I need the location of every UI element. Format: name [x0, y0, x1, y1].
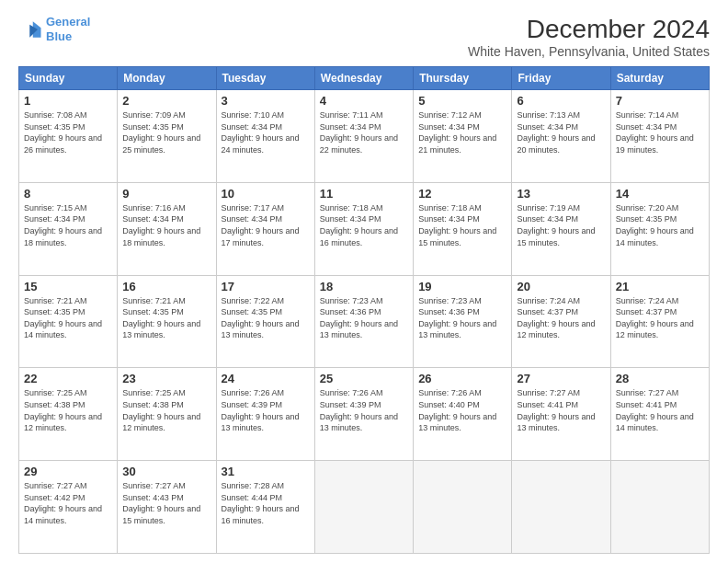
day-number: 26	[418, 372, 506, 385]
day-info: Sunrise: 7:20 AMSunset: 4:35 PMDaylight:…	[616, 203, 694, 247]
day-number: 10	[222, 187, 310, 201]
day-info: Sunrise: 7:13 AMSunset: 4:34 PMDaylight:…	[517, 110, 595, 155]
day-number: 22	[24, 372, 112, 385]
day-number: 11	[320, 187, 408, 201]
day-info: Sunrise: 7:27 AMSunset: 4:41 PMDaylight:…	[517, 388, 595, 432]
day-number: 25	[320, 372, 408, 385]
day-number: 18	[320, 280, 408, 293]
day-number: 28	[616, 372, 704, 385]
title-block: December 2024 White Haven, Pennsylvania,…	[468, 15, 710, 59]
table-row: 20 Sunrise: 7:24 AMSunset: 4:37 PMDaylig…	[512, 275, 610, 368]
day-info: Sunrise: 7:21 AMSunset: 4:35 PMDaylight:…	[122, 296, 200, 340]
table-row	[414, 461, 512, 554]
day-number: 17	[222, 280, 310, 293]
table-row: 21 Sunrise: 7:24 AMSunset: 4:37 PMDaylig…	[610, 275, 709, 368]
day-number: 13	[517, 187, 605, 201]
day-info: Sunrise: 7:23 AMSunset: 4:36 PMDaylight:…	[320, 296, 398, 340]
day-number: 12	[418, 187, 506, 201]
table-row	[610, 461, 709, 554]
day-number: 31	[222, 465, 310, 478]
table-row: 29 Sunrise: 7:27 AMSunset: 4:42 PMDaylig…	[19, 461, 118, 554]
logo-line2: Blue	[46, 29, 72, 43]
day-info: Sunrise: 7:17 AMSunset: 4:34 PMDaylight:…	[222, 203, 300, 247]
day-info: Sunrise: 7:16 AMSunset: 4:34 PMDaylight:…	[122, 203, 200, 247]
table-row: 31 Sunrise: 7:28 AMSunset: 4:44 PMDaylig…	[216, 461, 314, 554]
calendar-table: Sunday Monday Tuesday Wednesday Thursday…	[18, 66, 710, 554]
day-info: Sunrise: 7:12 AMSunset: 4:34 PMDaylight:…	[418, 110, 496, 155]
table-row: 5 Sunrise: 7:12 AMSunset: 4:34 PMDayligh…	[414, 90, 512, 183]
day-info: Sunrise: 7:15 AMSunset: 4:34 PMDaylight:…	[24, 203, 102, 247]
table-row: 1 Sunrise: 7:08 AMSunset: 4:35 PMDayligh…	[19, 90, 118, 183]
table-row: 27 Sunrise: 7:27 AMSunset: 4:41 PMDaylig…	[512, 368, 610, 461]
day-info: Sunrise: 7:22 AMSunset: 4:35 PMDaylight:…	[222, 296, 300, 340]
table-row: 10 Sunrise: 7:17 AMSunset: 4:34 PMDaylig…	[216, 182, 314, 275]
table-row: 13 Sunrise: 7:19 AMSunset: 4:34 PMDaylig…	[512, 182, 610, 275]
day-info: Sunrise: 7:18 AMSunset: 4:34 PMDaylight:…	[320, 203, 398, 247]
calendar-header-row: Sunday Monday Tuesday Wednesday Thursday…	[19, 67, 710, 90]
day-info: Sunrise: 7:11 AMSunset: 4:34 PMDaylight:…	[320, 110, 398, 155]
day-info: Sunrise: 7:21 AMSunset: 4:35 PMDaylight:…	[24, 296, 102, 340]
logo-icon	[18, 17, 44, 42]
day-number: 24	[222, 372, 310, 385]
main-title: December 2024	[468, 15, 710, 44]
col-wednesday: Wednesday	[314, 67, 413, 90]
day-info: Sunrise: 7:25 AMSunset: 4:38 PMDaylight:…	[24, 388, 102, 432]
day-info: Sunrise: 7:27 AMSunset: 4:41 PMDaylight:…	[616, 388, 694, 432]
table-row: 18 Sunrise: 7:23 AMSunset: 4:36 PMDaylig…	[314, 275, 413, 368]
table-row: 28 Sunrise: 7:27 AMSunset: 4:41 PMDaylig…	[610, 368, 709, 461]
day-info: Sunrise: 7:26 AMSunset: 4:39 PMDaylight:…	[320, 388, 398, 432]
col-saturday: Saturday	[610, 67, 709, 90]
table-row: 16 Sunrise: 7:21 AMSunset: 4:35 PMDaylig…	[118, 275, 216, 368]
day-number: 21	[616, 280, 704, 293]
day-number: 19	[418, 280, 506, 293]
table-row: 7 Sunrise: 7:14 AMSunset: 4:34 PMDayligh…	[610, 90, 709, 183]
day-info: Sunrise: 7:18 AMSunset: 4:34 PMDaylight:…	[418, 203, 496, 247]
day-info: Sunrise: 7:26 AMSunset: 4:40 PMDaylight:…	[418, 388, 496, 432]
logo-text: General Blue	[46, 15, 90, 43]
day-info: Sunrise: 7:26 AMSunset: 4:39 PMDaylight:…	[222, 388, 300, 432]
day-number: 30	[122, 465, 210, 478]
day-number: 14	[616, 187, 704, 201]
day-number: 27	[517, 372, 605, 385]
day-number: 9	[122, 187, 210, 201]
table-row: 14 Sunrise: 7:20 AMSunset: 4:35 PMDaylig…	[610, 182, 709, 275]
table-row: 19 Sunrise: 7:23 AMSunset: 4:36 PMDaylig…	[414, 275, 512, 368]
day-number: 3	[222, 94, 310, 108]
day-number: 16	[122, 280, 210, 293]
day-info: Sunrise: 7:24 AMSunset: 4:37 PMDaylight:…	[616, 296, 694, 340]
day-info: Sunrise: 7:14 AMSunset: 4:34 PMDaylight:…	[616, 110, 694, 155]
day-info: Sunrise: 7:24 AMSunset: 4:37 PMDaylight:…	[517, 296, 595, 340]
col-thursday: Thursday	[414, 67, 512, 90]
day-number: 15	[24, 280, 112, 293]
day-info: Sunrise: 7:27 AMSunset: 4:43 PMDaylight:…	[122, 481, 200, 525]
table-row: 26 Sunrise: 7:26 AMSunset: 4:40 PMDaylig…	[414, 368, 512, 461]
col-friday: Friday	[512, 67, 610, 90]
day-number: 1	[24, 94, 112, 108]
table-row: 4 Sunrise: 7:11 AMSunset: 4:34 PMDayligh…	[314, 90, 413, 183]
page: General Blue December 2024 White Haven, …	[0, 0, 728, 563]
table-row: 25 Sunrise: 7:26 AMSunset: 4:39 PMDaylig…	[314, 368, 413, 461]
day-number: 23	[122, 372, 210, 385]
day-number: 20	[517, 280, 605, 293]
day-number: 4	[320, 94, 408, 108]
day-info: Sunrise: 7:23 AMSunset: 4:36 PMDaylight:…	[418, 296, 496, 340]
table-row: 22 Sunrise: 7:25 AMSunset: 4:38 PMDaylig…	[19, 368, 118, 461]
day-info: Sunrise: 7:19 AMSunset: 4:34 PMDaylight:…	[517, 203, 595, 247]
table-row: 15 Sunrise: 7:21 AMSunset: 4:35 PMDaylig…	[19, 275, 118, 368]
table-row	[314, 461, 413, 554]
subtitle: White Haven, Pennsylvania, United States	[468, 44, 710, 59]
table-row: 8 Sunrise: 7:15 AMSunset: 4:34 PMDayligh…	[19, 182, 118, 275]
table-row: 30 Sunrise: 7:27 AMSunset: 4:43 PMDaylig…	[118, 461, 216, 554]
day-info: Sunrise: 7:25 AMSunset: 4:38 PMDaylight:…	[122, 388, 200, 432]
day-info: Sunrise: 7:08 AMSunset: 4:35 PMDaylight:…	[24, 110, 102, 155]
header: General Blue December 2024 White Haven, …	[18, 15, 710, 59]
table-row: 3 Sunrise: 7:10 AMSunset: 4:34 PMDayligh…	[216, 90, 314, 183]
table-row: 24 Sunrise: 7:26 AMSunset: 4:39 PMDaylig…	[216, 368, 314, 461]
table-row: 23 Sunrise: 7:25 AMSunset: 4:38 PMDaylig…	[118, 368, 216, 461]
table-row: 12 Sunrise: 7:18 AMSunset: 4:34 PMDaylig…	[414, 182, 512, 275]
table-row: 2 Sunrise: 7:09 AMSunset: 4:35 PMDayligh…	[118, 90, 216, 183]
day-info: Sunrise: 7:27 AMSunset: 4:42 PMDaylight:…	[24, 481, 102, 525]
day-number: 5	[418, 94, 506, 108]
day-number: 8	[24, 187, 112, 201]
table-row	[512, 461, 610, 554]
